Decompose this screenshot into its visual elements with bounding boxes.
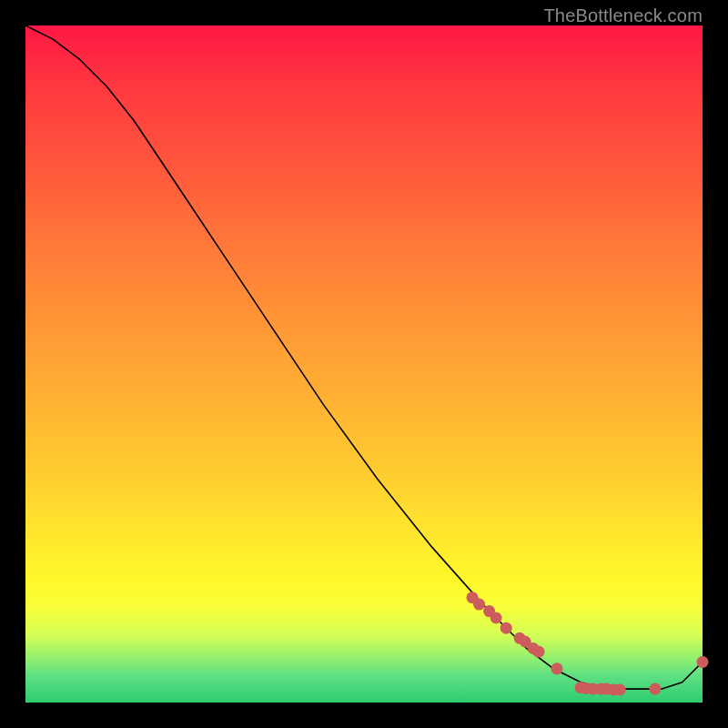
chart-overlay	[25, 25, 703, 703]
bottleneck-curve	[25, 25, 703, 689]
marker-dot	[533, 646, 545, 658]
marker-group	[467, 592, 709, 695]
marker-dot	[614, 683, 626, 695]
marker-dot	[500, 622, 512, 634]
marker-dot	[551, 662, 563, 674]
marker-dot	[649, 683, 661, 695]
watermark-label: TheBottleneck.com	[543, 5, 703, 26]
marker-dot	[697, 656, 709, 668]
chart-stage: TheBottleneck.com	[0, 0, 728, 728]
marker-dot	[490, 612, 502, 624]
marker-dot	[473, 599, 485, 611]
